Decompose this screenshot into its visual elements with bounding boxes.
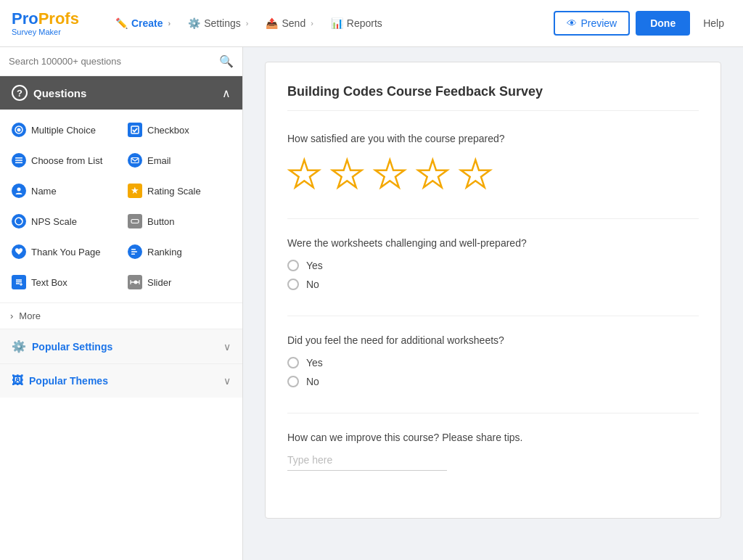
qt-email[interactable]: Email <box>122 146 237 175</box>
send-icon: 📤 <box>266 17 278 29</box>
popular-themes-header[interactable]: 🖼 Popular Themes ∨ <box>0 364 242 398</box>
reports-icon: 📊 <box>331 17 343 29</box>
checkbox-icon <box>128 123 142 137</box>
q2-no-label: No <box>306 279 319 290</box>
svg-rect-4 <box>15 160 22 161</box>
star-2[interactable]: ★ <box>330 155 364 193</box>
questions-header-label: Questions <box>33 87 86 99</box>
popular-settings-label: Popular Settings <box>32 341 112 353</box>
themes-icon: 🖼 <box>12 374 23 387</box>
text-answer-area: Type here <box>287 454 699 471</box>
eye-icon: 👁 <box>567 17 577 29</box>
help-label: Help <box>703 17 724 29</box>
svg-rect-2 <box>131 126 139 133</box>
qt-thank-you[interactable]: Thank You Page <box>6 237 120 266</box>
slider-icon <box>128 275 142 289</box>
popular-themes-chevron-icon: ∨ <box>223 375 231 387</box>
logo-profs: Profs <box>38 10 79 28</box>
qt-multiple-choice-label: Multiple Choice <box>31 125 96 136</box>
email-icon <box>128 153 142 168</box>
done-button[interactable]: Done <box>636 11 690 36</box>
star-3[interactable]: ★ <box>373 155 407 193</box>
qt-textbox-label: Text Box <box>31 277 67 288</box>
qt-multiple-choice[interactable]: Multiple Choice <box>6 115 120 144</box>
q2-option-no[interactable]: No <box>287 279 699 290</box>
nav-create[interactable]: ✏️ Create › <box>108 13 178 33</box>
search-bar: 🔍 <box>0 47 242 76</box>
preview-button[interactable]: 👁 Preview <box>554 11 630 36</box>
chevron-right-icon: › <box>10 310 13 321</box>
qt-name-label: Name <box>31 186 57 197</box>
star-4[interactable]: ★ <box>416 155 450 193</box>
svg-rect-3 <box>15 157 22 159</box>
questions-header-left: ? Questions <box>12 85 86 101</box>
star-1[interactable]: ★ <box>287 155 321 193</box>
qt-nps-scale[interactable]: NPS Scale <box>6 207 120 236</box>
svg-rect-11 <box>131 251 137 252</box>
questions-section-header[interactable]: ? Questions ∧ <box>0 76 242 110</box>
help-button[interactable]: Help <box>696 13 731 33</box>
star-rating-row[interactable]: ★ ★ ★ ★ ★ <box>287 155 699 193</box>
qt-button-label: Button <box>147 216 175 227</box>
qt-rating-scale[interactable]: ★ Rating Scale <box>122 176 237 205</box>
logo-sub: Survey Maker <box>12 28 79 36</box>
multiple-choice-icon <box>12 123 26 137</box>
popular-themes-left: 🖼 Popular Themes <box>12 374 108 387</box>
qt-slider[interactable]: Slider <box>122 268 237 297</box>
q2-yes-label: Yes <box>306 260 323 271</box>
nav-settings[interactable]: ⚙️ Settings › <box>181 13 255 33</box>
more-button[interactable]: › More <box>0 302 242 329</box>
question-3-text: Did you feel the need for additional wor… <box>287 334 699 346</box>
ranking-icon <box>128 244 142 259</box>
q3-no-label: No <box>306 376 319 387</box>
main-layout: 🔍 ? Questions ∧ Multiple Choice Ch <box>0 47 743 560</box>
textbox-icon <box>12 275 26 289</box>
search-input[interactable] <box>9 56 213 67</box>
popular-settings-chevron-icon: ∨ <box>223 341 231 353</box>
qt-textbox[interactable]: Text Box <box>6 268 120 297</box>
popular-themes-section: 🖼 Popular Themes ∨ <box>0 363 242 398</box>
qt-choose-from-list[interactable]: Choose from List <box>6 146 120 175</box>
svg-point-7 <box>17 188 21 192</box>
svg-rect-5 <box>15 162 22 164</box>
popular-settings-header[interactable]: ⚙️ Popular Settings ∨ <box>0 329 242 363</box>
svg-rect-10 <box>131 249 136 250</box>
qt-ranking-label: Ranking <box>147 247 182 258</box>
q2-radio-no[interactable] <box>287 279 299 290</box>
divider-2 <box>287 316 699 316</box>
question-4-block: How can we improve this course? Please s… <box>287 432 699 471</box>
thankyou-icon <box>12 244 26 259</box>
svg-rect-9 <box>131 220 139 223</box>
qt-checkbox[interactable]: Checkbox <box>122 115 237 144</box>
qt-thankyou-label: Thank You Page <box>31 247 100 258</box>
qt-button[interactable]: Button <box>122 207 237 236</box>
search-icon: 🔍 <box>219 54 234 68</box>
q3-option-no[interactable]: No <box>287 376 699 387</box>
question-1-block: How satisfied are you with the course pr… <box>287 133 699 193</box>
survey-card: Building Codes Course Feedback Survey Ho… <box>265 62 721 519</box>
settings-icon: ⚙️ <box>188 17 200 29</box>
nav-send[interactable]: 📤 Send › <box>258 13 320 33</box>
create-arrow: › <box>168 19 171 28</box>
svg-rect-12 <box>131 254 135 255</box>
question-4-text: How can we improve this course? Please s… <box>287 432 699 443</box>
popular-settings-section: ⚙️ Popular Settings ∨ <box>0 329 242 363</box>
sidebar: 🔍 ? Questions ∧ Multiple Choice Ch <box>0 47 243 560</box>
gear-icon: ⚙️ <box>12 339 26 353</box>
q2-option-yes[interactable]: Yes <box>287 260 699 271</box>
qt-name[interactable]: Name <box>6 176 120 205</box>
question-3-block: Did you feel the need for additional wor… <box>287 334 699 387</box>
qt-email-label: Email <box>147 155 171 166</box>
qt-ranking[interactable]: Ranking <box>122 237 237 266</box>
qt-slider-label: Slider <box>147 277 171 288</box>
q3-option-yes[interactable]: Yes <box>287 357 699 368</box>
question-2-block: Were the worksheets challenging and well… <box>287 237 699 290</box>
qt-rating-label: Rating Scale <box>147 186 201 197</box>
q2-radio-yes[interactable] <box>287 260 299 271</box>
q3-radio-yes[interactable] <box>287 357 299 368</box>
star-5[interactable]: ★ <box>459 155 493 193</box>
popular-themes-label: Popular Themes <box>29 375 108 387</box>
nav-reports[interactable]: 📊 Reports <box>324 13 390 33</box>
nav-settings-label: Settings <box>204 17 241 29</box>
q3-radio-no[interactable] <box>287 376 299 387</box>
